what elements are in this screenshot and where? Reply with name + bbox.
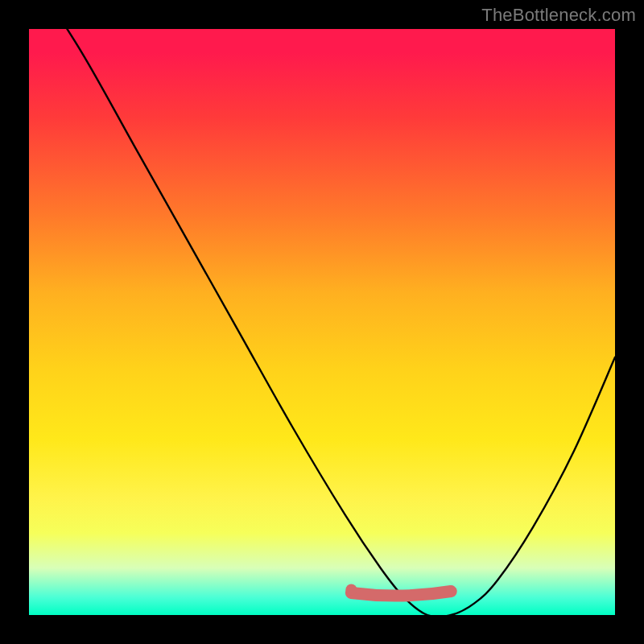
- optimal-range-marker: [351, 592, 451, 597]
- optimal-range-start-dot: [345, 584, 357, 596]
- plot-area: [29, 29, 615, 615]
- bottleneck-curve: [29, 29, 615, 615]
- watermark-text: TheBottleneck.com: [481, 5, 636, 26]
- curve-layer: [29, 29, 615, 615]
- chart-frame: TheBottleneck.com: [0, 0, 644, 644]
